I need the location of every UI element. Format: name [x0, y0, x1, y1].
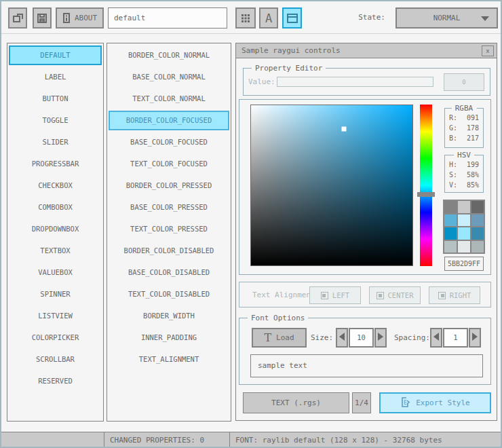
color-swatch[interactable] — [444, 241, 457, 253]
hsv-h-row: H: 199 — [445, 160, 483, 170]
align-center-icon — [376, 292, 384, 299]
close-button[interactable]: x — [482, 45, 494, 56]
info-icon — [62, 12, 71, 24]
saturation-value-picker[interactable] — [250, 105, 413, 266]
property-editor-group: Property Editor Value: 0 — [243, 68, 490, 96]
list-item[interactable]: BORDER_COLOR_PRESSED — [109, 176, 229, 195]
property-editor-label: Property Editor — [252, 64, 326, 73]
list-item[interactable]: TEXT_ALIGNMENT — [109, 350, 229, 369]
list-item[interactable]: BORDER_COLOR_NORMAL — [109, 45, 229, 65]
grid-view-button[interactable] — [235, 7, 256, 29]
list-item[interactable]: LABEL — [9, 67, 102, 87]
style-color-palette — [443, 200, 485, 254]
color-swatch[interactable] — [458, 241, 470, 253]
spacing-label: Spacing: — [394, 333, 427, 342]
about-button[interactable]: ABOUT — [56, 7, 104, 29]
list-item[interactable]: TEXT_COLOR_DISABLED — [109, 284, 229, 304]
list-item[interactable]: COMBOBOX — [9, 198, 102, 217]
state-label: State: — [341, 13, 385, 22]
color-swatch[interactable] — [471, 214, 484, 227]
color-swatch[interactable] — [444, 214, 457, 227]
hue-slider[interactable] — [420, 105, 432, 266]
list-item[interactable]: VALUEBOX — [9, 263, 102, 282]
format-page-button[interactable]: 1/4 — [352, 392, 371, 413]
color-swatch[interactable] — [444, 201, 457, 213]
export-format-button[interactable]: TEXT (.rgs) — [243, 392, 349, 413]
list-item[interactable]: BORDER_COLOR_DISABLED — [109, 241, 229, 261]
spacing-value: 1 — [443, 328, 468, 348]
align-center-button[interactable]: CENTER — [369, 286, 421, 304]
color-swatch[interactable] — [471, 227, 484, 240]
list-item[interactable]: BORDER_COLOR_FOCUSED — [109, 111, 229, 130]
style-name-input[interactable] — [108, 7, 227, 29]
status-left — [1, 432, 104, 448]
list-item[interactable]: LISTVIEW — [9, 306, 102, 326]
sample-text-box: sample text — [250, 354, 483, 377]
color-swatch[interactable] — [471, 241, 484, 253]
s-value: 58% — [467, 170, 479, 180]
align-right-button[interactable]: RIGHT — [429, 286, 480, 304]
color-swatch[interactable] — [458, 227, 470, 240]
list-item[interactable]: TEXTBOX — [9, 241, 102, 261]
align-right-label: RIGHT — [450, 291, 471, 299]
list-item[interactable]: BASE_COLOR_FOCUSED — [109, 132, 229, 152]
color-swatch[interactable] — [471, 201, 484, 213]
align-right-icon — [438, 292, 446, 299]
g-value: 178 — [467, 123, 479, 133]
rguistyler-window: ABOUT A State: NORMAL DEFAULTLABELBUTTON… — [0, 0, 502, 448]
font-load-button[interactable]: T Load — [252, 328, 307, 348]
save-icon — [37, 13, 47, 24]
layout-view-button[interactable] — [282, 7, 302, 29]
list-item[interactable]: TEXT_COLOR_PRESSED — [109, 219, 229, 239]
r-label: R: — [449, 113, 457, 123]
list-item[interactable]: TEXT_COLOR_FOCUSED — [109, 154, 229, 174]
color-swatch[interactable] — [458, 201, 470, 213]
list-item[interactable]: COLORPICKER — [9, 328, 102, 348]
list-item[interactable]: BASE_COLOR_PRESSED — [109, 198, 229, 217]
hsv-label: HSV — [454, 151, 474, 160]
list-item[interactable]: TEXT_COLOR_NORMAL — [109, 89, 229, 109]
toolbar: ABOUT A State: NORMAL — [1, 1, 501, 34]
b-value: 217 — [467, 133, 479, 143]
color-cursor[interactable] — [341, 127, 346, 132]
list-item[interactable]: BUTTON — [9, 89, 102, 109]
list-item[interactable]: RESERVED — [9, 371, 102, 391]
font-options-group: Font Options T Load Size: 10 Spacing: 1 … — [239, 318, 491, 385]
list-item[interactable]: SPINNER — [9, 284, 102, 304]
spacing-increase-button[interactable] — [469, 328, 481, 348]
list-item[interactable]: SCROLLBAR — [9, 350, 102, 369]
state-dropdown[interactable]: NORMAL — [395, 7, 498, 29]
controls-listview[interactable]: DEFAULTLABELBUTTONTOGGLESLIDERPROGRESSBA… — [7, 43, 104, 422]
status-font-info: FONT: raylib default (128 x 128) - 32768… — [230, 432, 502, 448]
list-item[interactable]: TOGGLE — [9, 111, 102, 130]
list-item[interactable]: INNER_PADDING — [109, 328, 229, 348]
list-item[interactable]: CHECKBOX — [9, 176, 102, 195]
spacing-decrease-button[interactable] — [430, 328, 442, 348]
list-item[interactable]: PROGRESSBAR — [9, 154, 102, 174]
size-increase-button[interactable] — [374, 328, 387, 348]
align-left-button[interactable]: LEFT — [309, 286, 361, 304]
color-swatch[interactable] — [444, 227, 457, 240]
folder-icon — [12, 13, 24, 23]
grid-icon — [241, 14, 250, 23]
list-item[interactable]: BASE_COLOR_DISABLED — [109, 263, 229, 282]
font-view-button[interactable]: A — [259, 7, 278, 29]
export-style-button[interactable]: E Export Style — [379, 392, 491, 413]
list-item[interactable]: DEFAULT — [9, 45, 102, 65]
hsv-v-row: V: 85% — [445, 180, 483, 190]
size-value: 10 — [349, 328, 374, 348]
value-input[interactable] — [277, 77, 433, 87]
properties-listview[interactable]: BORDER_COLOR_NORMALBASE_COLOR_NORMALTEXT… — [107, 43, 231, 422]
sample-window-titlebar[interactable]: Sample raygui controls x — [236, 43, 497, 58]
color-swatch[interactable] — [458, 214, 470, 227]
value-zero-button[interactable]: 0 — [444, 73, 484, 91]
list-item[interactable]: DROPDOWNBOX — [9, 219, 102, 239]
save-button[interactable] — [33, 7, 52, 29]
size-decrease-button[interactable] — [336, 328, 348, 348]
v-label: V: — [449, 180, 457, 190]
open-file-button[interactable] — [8, 7, 27, 29]
list-item[interactable]: BORDER_WIDTH — [109, 306, 229, 326]
hue-slider-handle[interactable] — [417, 192, 435, 197]
list-item[interactable]: BASE_COLOR_NORMAL — [109, 67, 229, 87]
list-item[interactable]: SLIDER — [9, 132, 102, 152]
